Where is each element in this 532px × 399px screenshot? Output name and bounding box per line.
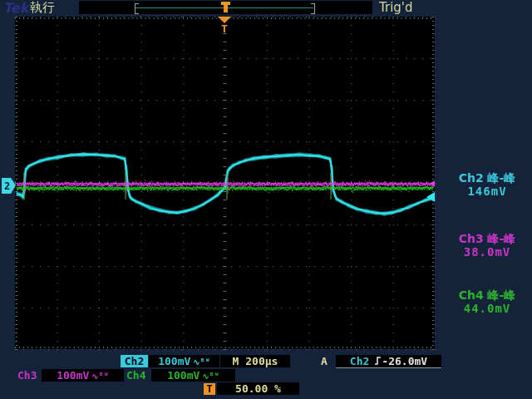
oscilloscope-screen: Tek 執行 Trig'd T Ch2 峰-峰 146mV Ch3 峰-峰 38… (0, 0, 532, 399)
ch2-scale-value: 100mV (158, 355, 190, 367)
tek-logo: Tek (3, 0, 28, 16)
measurement-ch3-pkpk: Ch3 峰-峰 38.0mV (444, 232, 530, 259)
ch3-scale-value: 100mV (57, 369, 89, 382)
horizontal-position-readout: 50.00 % (217, 382, 299, 395)
ch3-readout-label: Ch3 (17, 369, 37, 382)
rising-edge-icon (374, 355, 382, 367)
trigger-source: Ch2 (350, 355, 369, 367)
record-window-right-bracket (311, 3, 315, 14)
trigger-bus-label: A (321, 355, 328, 367)
timebase-value: 200µs (245, 355, 278, 367)
horizontal-position-t-icon: T (204, 383, 215, 395)
ch4-scale-readout: 100mV∿ᴮᵂ (151, 369, 235, 382)
waveform-display (0, 0, 532, 399)
acquisition-status: 執行 (30, 0, 55, 16)
ch3-coupling-icon: ∿ᴮᵂ (91, 372, 108, 381)
record-view-bar (79, 1, 372, 14)
ch4-coupling-icon: ∿ᴮᵂ (202, 372, 219, 381)
trigger-status: Trig'd (379, 0, 412, 15)
measurement-type-label: 峰-峰 (488, 288, 516, 302)
measurement-channel: Ch2 (459, 171, 484, 185)
ch2-scale-readout: 100mV∿ᴮᵂ (149, 355, 219, 367)
measurement-value: 146mV (444, 185, 530, 198)
measurement-type-label: 峰-峰 (488, 171, 516, 185)
ch2-readout-label: Ch2 (121, 355, 148, 367)
timebase-readout: M 200µs (220, 355, 290, 367)
record-window-left-bracket (135, 3, 139, 14)
trigger-t-label: T (218, 23, 231, 34)
measurement-channel: Ch3 (459, 232, 484, 245)
measurement-ch4-pkpk: Ch4 峰-峰 44.0mV (444, 288, 530, 315)
measurement-value: 38.0mV (444, 245, 530, 259)
trigger-readout: Ch2-26.0mV (336, 355, 441, 368)
timebase-label: M (233, 355, 239, 367)
measurement-ch2-pkpk: Ch2 峰-峰 146mV (444, 171, 530, 198)
ch3-scale-readout: 100mV∿ᴮᵂ (42, 369, 124, 382)
trigger-level: -26.0mV (382, 355, 427, 367)
measurement-type-label: 峰-峰 (488, 232, 516, 245)
ch2-coupling-icon: ∿ᴮᵂ (193, 357, 209, 367)
trigger-position-marker: T (218, 17, 231, 34)
trigger-record-marker-icon (221, 2, 230, 12)
ch4-scale-value: 100mV (167, 369, 200, 382)
measurement-value: 44.0mV (444, 302, 530, 315)
measurement-channel: Ch4 (459, 288, 484, 302)
ch4-readout-label: Ch4 (126, 369, 145, 382)
